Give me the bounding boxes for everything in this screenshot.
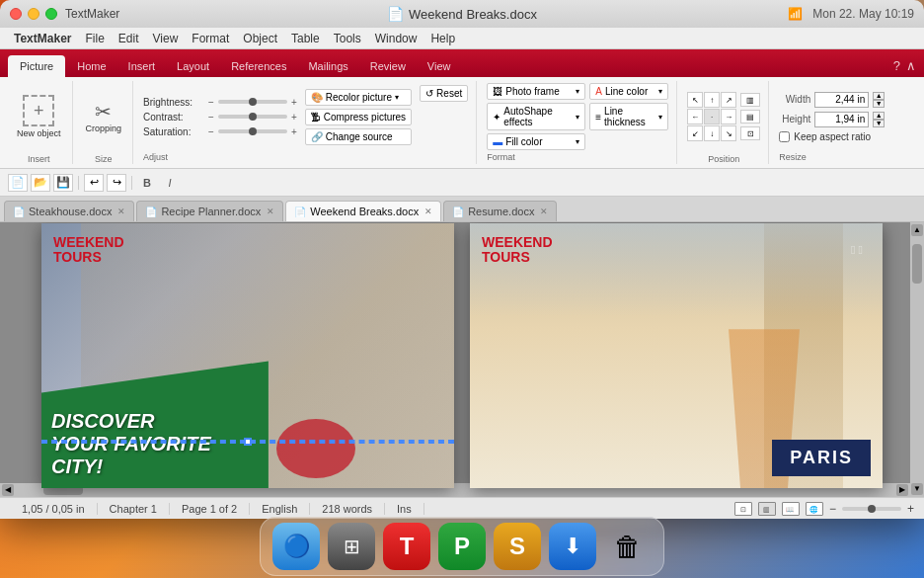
photo-frame-button[interactable]: 🖼Photo frame▾ — [487, 83, 585, 100]
ribbon-group-adjust: Brightness: − + Contrast: − + Satu — [135, 81, 477, 164]
height-down[interactable]: ▼ — [873, 120, 885, 127]
menu-help[interactable]: Help — [424, 30, 461, 47]
maximize-button[interactable] — [45, 8, 57, 20]
wrap-btn-2[interactable]: ▤ — [740, 110, 760, 124]
tab-picture[interactable]: Picture — [8, 55, 65, 77]
close-resume[interactable]: ✕ — [540, 206, 548, 216]
pos-mc[interactable]: · — [704, 109, 720, 124]
menu-file[interactable]: File — [79, 30, 110, 47]
doc-tab-resume[interactable]: 📄 Resume.docx ✕ — [443, 201, 557, 221]
brightness-slider[interactable] — [218, 100, 287, 104]
toolbar-row: 📄 📂 💾 ↩ ↪ B I — [0, 169, 924, 197]
weekend-tours-right: WEEKEND TOURS — [482, 235, 553, 266]
brightness-label: Brightness: — [143, 97, 204, 108]
vertical-scrollbar[interactable]: ▲ ▼ — [910, 222, 924, 497]
ribbon-group-position: ↖ ↑ ↗ ← · → ↙ ↓ ↘ ▥ ▤ ⊡ — [679, 81, 769, 164]
menu-table[interactable]: Table — [285, 30, 326, 47]
brightness-minus[interactable]: − — [208, 97, 214, 108]
new-object-button[interactable]: + New object — [14, 92, 64, 141]
pos-bc[interactable]: ↓ — [704, 125, 720, 141]
contrast-slider[interactable] — [218, 115, 287, 119]
pos-tl[interactable]: ↖ — [687, 92, 703, 108]
dock: 🔵 ⊞ T P S ⬇ 🗑 — [0, 505, 924, 576]
pos-bl[interactable]: ↙ — [687, 125, 703, 141]
tab-layout[interactable]: Layout — [167, 55, 219, 77]
pos-ml[interactable]: ← — [687, 109, 703, 124]
wrap-btn-3[interactable]: ⊡ — [740, 126, 760, 140]
menu-tools[interactable]: Tools — [328, 30, 367, 47]
ribbon-group-size: ✂ Cropping Size — [75, 81, 134, 164]
close-weekend[interactable]: ✕ — [424, 206, 432, 216]
saturation-plus[interactable]: + — [291, 126, 297, 137]
dock-store[interactable]: ⬇ — [549, 523, 596, 570]
change-source-button[interactable]: 🔗 Change source — [305, 128, 412, 145]
pos-tr[interactable]: ↗ — [721, 92, 736, 108]
saturation-slider[interactable] — [218, 129, 287, 133]
toolbar-bold[interactable]: B — [137, 174, 157, 192]
adjust-group-label: Adjust — [143, 152, 468, 162]
date-time: Mon 22. May 10:19 — [812, 7, 914, 21]
tab-view[interactable]: View — [418, 55, 461, 77]
keep-aspect-checkbox[interactable] — [779, 131, 790, 142]
wrap-btn-1[interactable]: ▥ — [740, 93, 760, 107]
brightness-plus[interactable]: + — [291, 97, 297, 108]
close-button[interactable] — [10, 8, 22, 20]
tab-review[interactable]: Review — [360, 55, 416, 77]
contrast-plus[interactable]: + — [291, 112, 297, 123]
line-thickness-button[interactable]: ≡Line thickness▾ — [589, 103, 668, 130]
width-down[interactable]: ▼ — [873, 100, 885, 108]
close-steakhouse[interactable]: ✕ — [117, 206, 125, 216]
pos-mr[interactable]: → — [721, 109, 736, 124]
traffic-lights — [10, 8, 57, 20]
dock-finder[interactable]: 🔵 — [272, 523, 320, 570]
menu-window[interactable]: Window — [369, 30, 424, 47]
toolbar-undo[interactable]: ↩ — [84, 174, 104, 192]
resize-group-label: Resize — [779, 152, 885, 162]
width-up[interactable]: ▲ — [873, 92, 885, 100]
toolbar-italic[interactable]: I — [160, 174, 180, 192]
weekend-tours-left: WEEKEND TOURS — [53, 235, 124, 266]
dock-trash[interactable]: 🗑 — [604, 523, 652, 570]
menu-textmaker[interactable]: TextMaker — [8, 30, 77, 47]
doc-tab-steakhouse[interactable]: 📄 Steakhouse.docx ✕ — [4, 201, 134, 221]
doc-tab-weekend[interactable]: 📄 Weekend Breaks.docx ✕ — [285, 201, 441, 221]
contrast-minus[interactable]: − — [208, 112, 214, 123]
pos-tc[interactable]: ↑ — [704, 92, 720, 108]
pos-br[interactable]: ↘ — [721, 125, 736, 141]
line-color-button[interactable]: ALine color▾ — [589, 83, 668, 100]
saturation-minus[interactable]: − — [208, 126, 214, 137]
toolbar-open[interactable]: 📂 — [31, 174, 50, 192]
question-icon[interactable]: ? — [893, 58, 900, 73]
toolbar-save[interactable]: 💾 — [53, 174, 73, 192]
menu-edit[interactable]: Edit — [113, 30, 145, 47]
recolor-button[interactable]: 🎨 Recolor picture ▾ — [305, 89, 412, 106]
toolbar-new[interactable]: 📄 — [8, 174, 28, 192]
reset-button[interactable]: ↺ Reset — [420, 85, 468, 102]
height-input[interactable] — [814, 112, 869, 127]
vscroll-thumb[interactable] — [912, 244, 922, 284]
menu-format[interactable]: Format — [186, 30, 235, 47]
cropping-button[interactable]: ✂ Cropping — [83, 97, 125, 136]
dock-launchpad[interactable]: ⊞ — [328, 523, 375, 570]
menu-object[interactable]: Object — [237, 30, 283, 47]
width-input[interactable] — [814, 92, 869, 108]
tab-insert[interactable]: Insert — [118, 55, 166, 77]
ribbon-close-icon[interactable]: ∧ — [906, 58, 916, 73]
minimize-button[interactable] — [28, 8, 39, 20]
menu-view[interactable]: View — [147, 30, 185, 47]
dock-textmaker[interactable]: T — [383, 523, 430, 570]
autoshape-effects-button[interactable]: ✦AutoShape effects▾ — [487, 103, 585, 130]
close-recipe[interactable]: ✕ — [267, 206, 274, 216]
dock-slidemaker[interactable]: S — [494, 523, 541, 570]
fill-color-button[interactable]: ▬Fill color▾ — [487, 133, 585, 150]
compress-button[interactable]: 🗜 Compress pictures — [305, 109, 412, 125]
doc-tab-recipe[interactable]: 📄 Recipe Planner.docx ✕ — [136, 201, 283, 221]
ribbon-group-insert: + New object Insert — [6, 81, 73, 164]
tab-references[interactable]: References — [221, 55, 296, 77]
tab-mailings[interactable]: Mailings — [298, 55, 357, 77]
toolbar-redo[interactable]: ↪ — [107, 174, 126, 192]
ribbon-group-resize: Width ▲ ▼ Height ▲ ▼ — [771, 81, 892, 164]
dock-planmaker[interactable]: P — [438, 523, 486, 570]
tab-home[interactable]: Home — [67, 55, 116, 77]
height-up[interactable]: ▲ — [873, 112, 885, 120]
